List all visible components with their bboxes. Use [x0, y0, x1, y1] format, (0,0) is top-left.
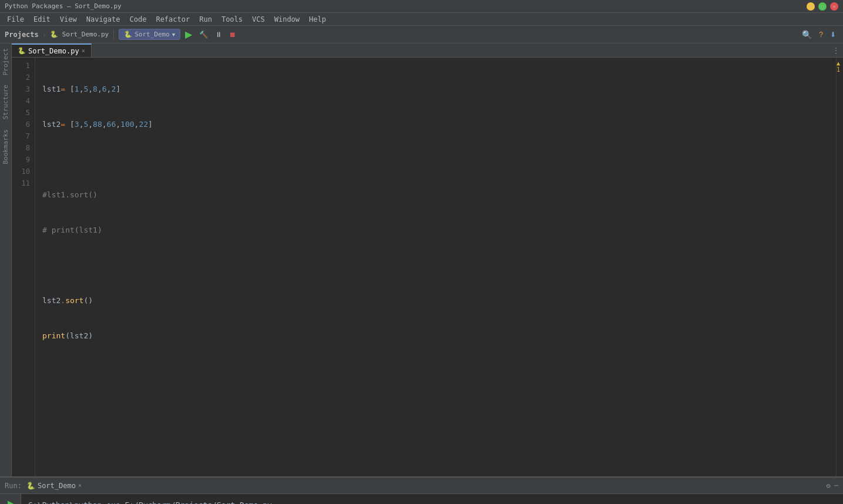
title-bar: Python Packages – Sort_Demo.py ─ □ ✕: [0, 0, 843, 13]
content-area: Project Structure Bookmarks 🐍 Sort_Demo.…: [0, 43, 843, 476]
code-editor: 1 2 3 4 5 6 7 8 9 10 11 lst1 = [1,5,8,6,…: [12, 58, 843, 476]
run-panel-body: ▶ ▲ ▼ ⏹ ⚙ ☰ 📌 ↵ 🗑 G:\Python\python.exe F…: [0, 494, 843, 504]
line-numbers: 1 2 3 4 5 6 7 8 9 10 11: [12, 58, 35, 476]
run-minimize-button[interactable]: ─: [834, 482, 838, 490]
code-line-10: [42, 401, 829, 412]
help-button[interactable]: ?: [817, 29, 825, 40]
run-tab-icon: 🐍: [26, 482, 35, 490]
menu-item-view[interactable]: View: [55, 13, 82, 25]
editor-container: 🐍 Sort_Demo.py × ⋮ 1 2 3 4 5 6 7 8 9 10 …: [12, 43, 843, 476]
run-configuration-dropdown[interactable]: 🐍 Sort_Demo ▼: [119, 29, 180, 40]
tab-label: Sort_Demo.py: [28, 47, 79, 55]
run-again-button[interactable]: ▶: [4, 496, 17, 504]
code-line-4: #lst1.sort(): [42, 189, 829, 201]
file-breadcrumb: 🐍 Sort_Demo.py: [50, 31, 109, 38]
code-line-1: lst1 = [1,5,8,6,2]: [42, 83, 829, 95]
menu-bar: FileEditViewNavigateCodeRefactorRunTools…: [0, 13, 843, 26]
code-line-11: [42, 436, 829, 448]
run-settings-button[interactable]: ⚙: [827, 482, 831, 490]
update-button[interactable]: ⬇: [828, 29, 838, 40]
warning-indicator: ▲ 1: [837, 60, 842, 73]
tab-close-button[interactable]: ×: [82, 48, 85, 54]
stop-button[interactable]: ⏹: [227, 29, 239, 40]
search-button[interactable]: 🔍: [800, 29, 814, 41]
editor-scroll-indicator: ▲ 1: [836, 58, 843, 476]
run-button[interactable]: ▶: [183, 28, 194, 41]
run-tab-sort-demo[interactable]: 🐍 Sort_Demo ×: [26, 482, 82, 490]
structure-tab[interactable]: Structure: [0, 80, 11, 125]
bookmarks-tab[interactable]: Bookmarks: [0, 125, 11, 169]
toolbar-separator: [113, 29, 114, 40]
code-content[interactable]: lst1 = [1,5,8,6,2] lst2 = [3,5,88,66,100…: [35, 58, 836, 476]
menu-item-window[interactable]: Window: [270, 13, 304, 25]
project-tab[interactable]: Project: [0, 43, 11, 80]
minimize-button[interactable]: ─: [807, 2, 815, 11]
left-vertical-tabs: Project Structure Bookmarks: [0, 43, 12, 476]
run-panel-controls: ⚙ ─: [827, 482, 838, 490]
menu-item-navigate[interactable]: Navigate: [82, 13, 125, 25]
menu-item-vcs[interactable]: VCS: [247, 13, 270, 25]
menu-item-help[interactable]: Help: [304, 13, 331, 25]
menu-item-tools[interactable]: Tools: [217, 13, 247, 25]
build-button[interactable]: 🔨: [197, 29, 210, 40]
code-line-7: lst2.sort(): [42, 295, 829, 307]
code-line-6: [42, 260, 829, 271]
bottom-panel: Run: 🐍 Sort_Demo × ⚙ ─ ▶ ▲ ▼ ⏹ ⚙ ☰ 📌 ↵ 🗑…: [0, 476, 843, 504]
tab-bar: 🐍 Sort_Demo.py × ⋮: [12, 43, 843, 58]
menu-item-edit[interactable]: Edit: [29, 13, 55, 25]
code-line-8: print(lst2): [42, 330, 829, 342]
editor-tab-sort-demo[interactable]: 🐍 Sort_Demo.py ×: [12, 43, 92, 57]
code-line-3: [42, 154, 829, 166]
menu-item-file[interactable]: File: [2, 13, 29, 25]
run-tab-close[interactable]: ×: [78, 482, 82, 489]
projects-label[interactable]: Projects: [5, 31, 39, 39]
menu-item-run[interactable]: Run: [194, 13, 217, 25]
run-output[interactable]: G:\Python\python.exe F:/Pycharm/Projects…: [21, 494, 843, 504]
close-button[interactable]: ✕: [830, 2, 838, 11]
code-line-2: lst2 = [3,5,88,66,100,22]: [42, 119, 829, 130]
menu-item-code[interactable]: Code: [125, 13, 152, 25]
run-label: Run:: [5, 482, 22, 490]
tab-python-icon: 🐍: [18, 47, 26, 55]
maximize-button[interactable]: □: [818, 2, 827, 11]
output-line-1: G:\Python\python.exe F:/Pycharm/Projects…: [28, 499, 836, 504]
title-text: Python Packages – Sort_Demo.py: [5, 2, 803, 10]
run-panel-header: Run: 🐍 Sort_Demo × ⚙ ─: [0, 478, 843, 494]
code-line-5: # print(lst1): [42, 224, 829, 236]
run-left-tools: ▶ ▲ ▼ ⏹ ⚙ ☰ 📌 ↵ 🗑: [0, 494, 21, 504]
tab-options-button[interactable]: ⋮: [829, 43, 843, 57]
code-line-9: [42, 365, 829, 377]
main-toolbar: Projects › 🐍 Sort_Demo.py 🐍 Sort_Demo ▼ …: [0, 26, 843, 43]
menu-item-refactor[interactable]: Refactor: [151, 13, 194, 25]
coverage-button[interactable]: ⏸: [213, 29, 224, 40]
